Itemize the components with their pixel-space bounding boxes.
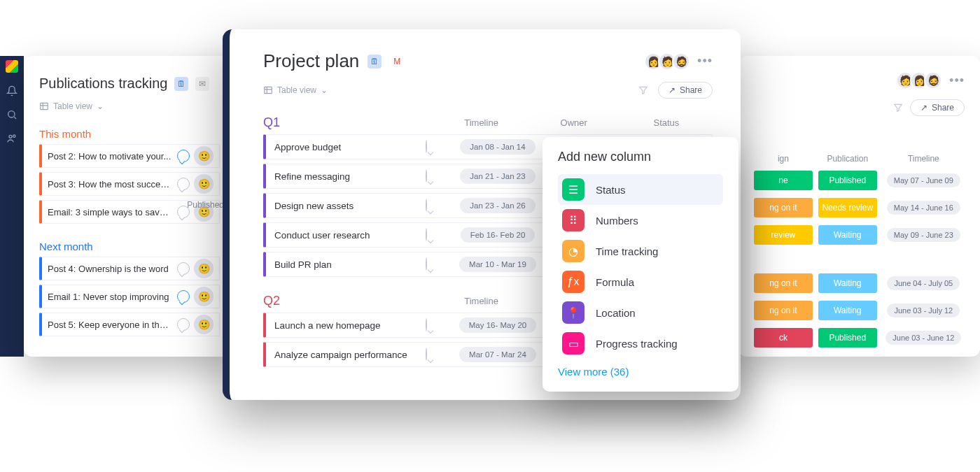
avatar[interactable]: 🙂: [194, 287, 214, 306]
item-name: Email: 3 simple ways to save time: [48, 207, 173, 217]
timeline-cell[interactable]: May 09 - June 23: [883, 228, 965, 242]
chat-icon[interactable]: [426, 169, 427, 183]
chat-icon[interactable]: [426, 318, 427, 331]
group-title[interactable]: This month: [39, 128, 220, 140]
share-button[interactable]: ↗ Share: [910, 99, 965, 116]
board-members[interactable]: 👩 🧑 🧔: [648, 52, 690, 71]
integration-icon[interactable]: ✉: [195, 77, 209, 91]
table-row[interactable]: Post 5: Keep everyone in the loop 🙂: [39, 313, 220, 336]
chat-icon[interactable]: [177, 318, 190, 331]
more-menu-icon[interactable]: •••: [697, 54, 713, 69]
timeline-cell[interactable]: May 07 - June 09: [883, 173, 965, 187]
column-header: Owner: [528, 117, 620, 128]
table-row[interactable]: ne Published May 07 - June 09: [754, 170, 965, 191]
integration-icon[interactable]: 🗓: [174, 77, 188, 91]
avatar[interactable]: 🙂: [194, 174, 214, 194]
integration-icon[interactable]: 🗓: [368, 55, 382, 69]
right-group-2: ng on it Waiting June 04 - July 05ng on …: [754, 273, 965, 348]
table-row[interactable]: ng on it Waiting June 04 - July 05: [754, 273, 965, 294]
group-title[interactable]: Q2: [263, 294, 435, 308]
timeline-cell[interactable]: June 03 - July 12: [883, 303, 965, 317]
column-option-loc[interactable]: 📍 Location: [558, 297, 723, 328]
timeline-cell[interactable]: June 03 - June 12: [883, 331, 965, 345]
share-button[interactable]: ↗ Share: [658, 82, 713, 99]
status-cell[interactable]: Waiting: [818, 273, 877, 293]
status-cell[interactable]: Needs review: [818, 198, 877, 217]
option-label: Progress tracking: [596, 338, 678, 350]
chat-icon[interactable]: [177, 290, 190, 303]
timeline-cell[interactable]: Jan 23 - Jan 26: [445, 198, 550, 213]
table-row[interactable]: Post 4: Ownership is the word 🙂: [39, 257, 220, 280]
view-selector[interactable]: Table view ⌄: [39, 101, 220, 111]
gmail-icon[interactable]: M: [390, 55, 404, 69]
add-column-popover: Add new column ☰ Status⠿ Numbers◔ Time t…: [542, 137, 738, 392]
table-row[interactable]: ck Published June 03 - June 12: [754, 327, 965, 348]
chat-icon[interactable]: [177, 150, 190, 162]
board-members[interactable]: 🧑 👩 🧔: [900, 71, 942, 90]
filter-icon[interactable]: [893, 103, 903, 113]
table-row[interactable]: ng on it Waiting June 03 - July 12: [754, 300, 965, 321]
chat-icon[interactable]: [426, 199, 427, 212]
svg-point-2: [13, 135, 15, 137]
avatar[interactable]: 🙂: [194, 146, 214, 166]
status-cell[interactable]: review: [754, 225, 813, 245]
status-cell[interactable]: ng on it: [754, 273, 813, 293]
timeline-cell[interactable]: Mar 10 - Mar 19: [445, 257, 550, 272]
table-row[interactable]: Email 1: Never stop improving 🙂: [39, 285, 220, 308]
more-menu-icon[interactable]: •••: [949, 73, 965, 88]
popover-title: Add new column: [558, 150, 723, 164]
chat-icon[interactable]: [426, 348, 427, 361]
table-row[interactable]: review Waiting May 09 - June 23: [754, 224, 965, 245]
avatar[interactable]: 🧔: [924, 71, 942, 90]
table-row[interactable]: Post 3: How the most successful... 🙂: [39, 172, 220, 196]
view-more-link[interactable]: View more (36): [558, 366, 723, 378]
table-row[interactable]: ng on it Needs review May 14 - June 16: [754, 197, 965, 218]
column-option-formula[interactable]: ƒx Formula: [558, 266, 723, 297]
column-option-num[interactable]: ⠿ Numbers: [558, 205, 723, 236]
timeline-cell[interactable]: Feb 16- Feb 20: [445, 227, 550, 243]
chat-icon[interactable]: [426, 228, 427, 241]
chat-icon[interactable]: [177, 178, 190, 190]
status-cell[interactable]: ne: [754, 171, 813, 190]
timeline-cell[interactable]: May 16- May 20: [445, 317, 550, 333]
status-cell[interactable]: Published: [818, 328, 877, 348]
timeline-cell[interactable]: June 04 - July 05: [883, 276, 965, 290]
avatar[interactable]: 🧔: [672, 52, 690, 71]
column-option-time[interactable]: ◔ Time tracking: [558, 236, 723, 266]
status-cell[interactable]: ng on it: [754, 198, 813, 217]
column-option-prog[interactable]: ▭ Progress tracking: [558, 328, 723, 359]
timeline-cell[interactable]: May 14 - June 16: [883, 201, 965, 215]
left-nav-rail: [0, 56, 24, 357]
status-cell[interactable]: Waiting: [818, 225, 877, 245]
table-row[interactable]: Post 2: How to motivate your... 🙂: [39, 144, 220, 168]
people-icon[interactable]: [6, 133, 18, 144]
column-header: Published: [187, 200, 224, 210]
status-cell[interactable]: ck: [754, 328, 813, 348]
share-label: Share: [932, 103, 954, 113]
filter-icon[interactable]: [638, 85, 648, 95]
app-logo[interactable]: [6, 60, 18, 73]
status-cell[interactable]: Waiting: [818, 301, 877, 320]
timeline-cell[interactable]: Jan 08 - Jan 14: [445, 139, 550, 155]
timeline-cell[interactable]: Jan 21 - Jan 23: [445, 169, 550, 184]
chat-icon[interactable]: [177, 206, 190, 218]
avatar[interactable]: 🙂: [194, 259, 214, 278]
board-title: Publications tracking: [39, 76, 167, 92]
chat-icon[interactable]: [426, 257, 427, 271]
status-icon: ☰: [562, 178, 584, 201]
bell-icon[interactable]: [6, 85, 18, 96]
column-option-status[interactable]: ☰ Status: [558, 174, 723, 205]
board-title: Project plan: [263, 50, 359, 72]
group-title[interactable]: Next month: [39, 241, 220, 252]
avatar[interactable]: 🙂: [194, 315, 214, 334]
chat-icon[interactable]: [426, 140, 427, 153]
group-title[interactable]: Q1: [263, 115, 435, 130]
status-cell[interactable]: ng on it: [754, 301, 813, 320]
left-board-card: Publications tracking 🗓 ✉ Table view ⌄ P…: [24, 56, 234, 357]
view-selector[interactable]: Table view ⌄: [263, 85, 328, 95]
search-icon[interactable]: [6, 109, 18, 120]
timeline-cell[interactable]: Mar 07 - Mar 24: [445, 347, 550, 362]
chat-icon[interactable]: [177, 262, 190, 275]
option-label: Status: [596, 184, 626, 196]
status-cell[interactable]: Published: [818, 171, 877, 190]
